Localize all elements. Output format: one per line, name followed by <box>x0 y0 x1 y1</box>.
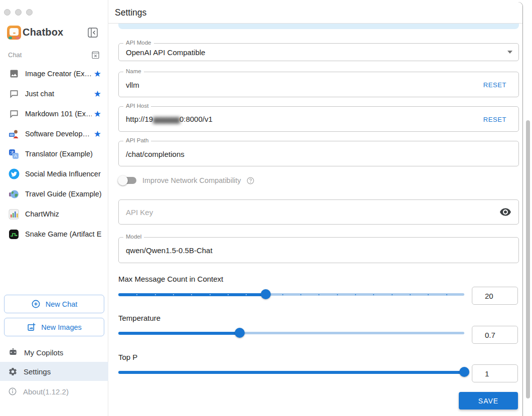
settings-header: Settings <box>108 2 522 24</box>
sidebar-item-software-developer[interactable]: Software Develop… ★ <box>0 124 108 144</box>
network-compatibility-label: Improve Network Compatibility <box>142 176 241 184</box>
scrollbar-thumb[interactable] <box>526 120 530 398</box>
window-minimize-button[interactable] <box>15 9 22 16</box>
star-icon[interactable]: ★ <box>94 70 101 78</box>
api-key-field[interactable]: API Key <box>118 199 519 225</box>
temperature-slider[interactable] <box>118 328 464 338</box>
page-title: Settings <box>115 8 146 18</box>
plus-circle-icon <box>31 299 41 309</box>
settings-page: Settings API Mode OpenAI API Compatible … <box>108 0 532 416</box>
api-key-placeholder: API Key <box>126 208 153 217</box>
about-label: About(1.12.2) <box>23 387 69 396</box>
name-value: vllm <box>126 80 139 89</box>
chat-item-label: Travel Guide (Example) <box>25 190 101 198</box>
visibility-eye-icon[interactable] <box>499 206 511 218</box>
star-icon[interactable]: ★ <box>94 90 101 98</box>
star-icon[interactable]: ★ <box>94 110 101 118</box>
save-button[interactable]: SAVE <box>459 392 518 409</box>
twitter-bird-icon <box>8 168 20 180</box>
slider-thumb[interactable] <box>261 289 271 299</box>
max-message-count-label: Max Message Count in Context <box>118 275 223 283</box>
sidebar-item-settings[interactable]: Settings <box>0 362 108 381</box>
api-mode-value: OpenAI API Compatible <box>126 48 205 57</box>
collapse-sidebar-icon[interactable] <box>87 27 98 38</box>
sidebar-item-markdown-101[interactable]: Markdown 101 (Ex… ★ <box>0 104 108 124</box>
image-plus-icon <box>27 322 36 332</box>
top-p-input[interactable]: 1 <box>472 364 518 382</box>
help-icon[interactable] <box>246 176 255 185</box>
image-icon <box>8 68 20 80</box>
slider-fill <box>118 371 464 374</box>
snake-game-icon <box>8 229 20 240</box>
sidebar-item-my-copilots[interactable]: My Copilots <box>0 343 108 362</box>
chat-item-label: Just chat <box>25 90 92 98</box>
sidebar-item-about[interactable]: About(1.12.2) <box>0 382 108 400</box>
api-path-field[interactable]: API Path /chat/completions <box>118 141 519 166</box>
sidebar: Chatbox Chat Image Creator (Ex… ★ Just c… <box>0 0 108 416</box>
api-host-label: API Host <box>123 103 151 109</box>
api-host-field[interactable]: API Host http://19▆▆▆▆▆0:8000/v1 RESET <box>118 106 519 132</box>
chat-item-label: Software Develop… <box>25 130 92 138</box>
new-images-label: New Images <box>41 323 82 331</box>
sidebar-item-translator[interactable]: 才 A Translator (Example) <box>0 144 108 164</box>
app-title: Chatbox <box>23 27 63 38</box>
new-images-button[interactable]: New Images <box>4 318 104 336</box>
chat-item-label: ChartWhiz <box>25 210 101 218</box>
temperature-input[interactable]: 0.7 <box>472 326 518 344</box>
chat-item-label: Image Creator (Ex… <box>25 70 92 78</box>
robot-icon <box>8 347 18 357</box>
api-host-reset-button[interactable]: RESET <box>483 115 506 123</box>
scrolled-item-edge <box>118 24 519 29</box>
api-mode-label: API Mode <box>123 40 154 46</box>
globe-icon <box>8 188 20 200</box>
model-field[interactable]: Model qwen/Qwen1.5-0.5B-Chat <box>118 237 519 263</box>
api-path-value: /chat/completions <box>126 149 185 158</box>
sidebar-item-just-chat[interactable]: Just chat ★ <box>0 84 108 104</box>
network-compatibility-toggle[interactable] <box>119 177 136 184</box>
slider-fill <box>118 332 240 335</box>
temperature-label: Temperature <box>118 314 160 322</box>
slider-thumb[interactable] <box>235 328 245 338</box>
clear-conversations-icon[interactable] <box>91 51 100 59</box>
redacted-text: ▆▆▆▆▆ <box>153 115 180 123</box>
max-message-count-input[interactable]: 20 <box>472 287 518 305</box>
translator-icon: 才 A <box>8 148 20 160</box>
chat-list: Image Creator (Ex… ★ Just chat ★ Markdow… <box>0 64 108 244</box>
sidebar-item-image-creator[interactable]: Image Creator (Ex… ★ <box>0 64 108 84</box>
top-p-slider[interactable] <box>118 367 464 377</box>
chevron-down-icon[interactable] <box>507 51 512 54</box>
new-chat-button[interactable]: New Chat <box>4 295 104 313</box>
chat-section-label: Chat <box>8 51 22 59</box>
chat-item-label: Snake Game (Artifact E… <box>25 230 101 238</box>
sidebar-item-snake-game[interactable]: Snake Game (Artifact E… <box>0 224 108 244</box>
star-icon[interactable]: ★ <box>94 130 101 138</box>
max-message-count-slider[interactable] <box>118 289 464 299</box>
slider-thumb[interactable] <box>459 367 469 377</box>
info-icon <box>8 387 17 396</box>
name-label: Name <box>123 68 144 74</box>
sidebar-item-chartwhiz[interactable]: ChartWhiz <box>0 204 108 224</box>
model-value: qwen/Qwen1.5-0.5B-Chat <box>126 246 213 255</box>
settings-label: Settings <box>24 367 51 376</box>
window-close-button[interactable] <box>4 9 11 16</box>
chat-bubble-icon <box>8 108 20 120</box>
svg-text:A: A <box>14 153 17 158</box>
name-reset-button[interactable]: RESET <box>483 81 506 88</box>
gear-icon <box>8 367 18 376</box>
chat-item-label: Translator (Example) <box>25 150 101 158</box>
sidebar-item-social-media-influencer[interactable]: Social Media Influencer … <box>0 164 108 184</box>
api-mode-select[interactable]: API Mode OpenAI API Compatible <box>118 43 519 61</box>
model-label: Model <box>123 234 144 240</box>
chatbox-logo-icon <box>7 26 21 40</box>
api-host-value: http://19▆▆▆▆▆0:8000/v1 <box>126 115 213 124</box>
chat-bubble-icon <box>8 88 20 100</box>
bar-chart-icon <box>8 209 20 220</box>
name-field[interactable]: Name vllm RESET <box>118 72 519 97</box>
my-copilots-label: My Copilots <box>24 348 63 357</box>
new-chat-label: New Chat <box>46 300 78 308</box>
sidebar-item-travel-guide[interactable]: Travel Guide (Example) <box>0 184 108 204</box>
developer-emoji-icon <box>8 128 20 140</box>
chat-item-label: Markdown 101 (Ex… <box>25 110 92 118</box>
api-path-label: API Path <box>123 137 151 143</box>
window-zoom-button[interactable] <box>26 9 33 16</box>
